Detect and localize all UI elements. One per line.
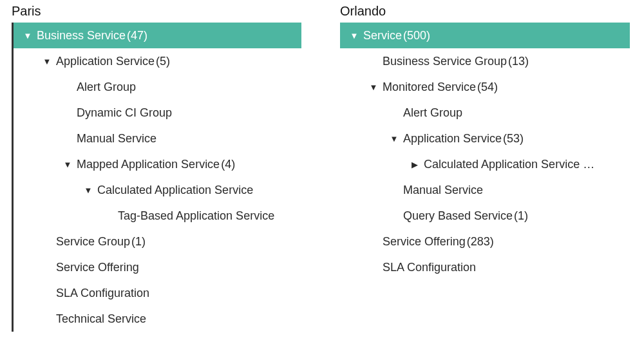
node-business-service-group[interactable]: ▼Business Service Group (13) bbox=[340, 48, 630, 74]
tree-item-label: Calculated Application Service bbox=[97, 184, 253, 197]
tree-item-label: Query Based Service bbox=[403, 209, 513, 223]
caret-down-icon[interactable]: ▼ bbox=[23, 32, 33, 40]
tree-item-label: Manual Service bbox=[403, 184, 483, 197]
tree-item-label: Technical Service bbox=[56, 312, 146, 326]
tree-item-label: Calculated Application Service … bbox=[424, 158, 594, 171]
node-manual-service[interactable]: ▼Manual Service bbox=[14, 126, 301, 151]
column-title: Orlando bbox=[340, 4, 630, 19]
tree-item-label: Application Service bbox=[56, 55, 155, 68]
tree-item-count: (5) bbox=[156, 55, 170, 68]
node-calculated-application-service[interactable]: ▼Calculated Application Service bbox=[14, 177, 301, 203]
node-calculated-application-service-o[interactable]: ▶Calculated Application Service … bbox=[340, 151, 630, 177]
node-query-based-service[interactable]: ▼Query Based Service (1) bbox=[340, 203, 630, 229]
caret-down-icon[interactable]: ▼ bbox=[42, 57, 52, 66]
tree-item-label: Alert Group bbox=[403, 106, 462, 120]
tree-item-count: (1) bbox=[514, 209, 528, 223]
tree-item-count: (283) bbox=[467, 235, 494, 249]
tree-item-count: (13) bbox=[508, 55, 529, 68]
node-monitored-service[interactable]: ▼Monitored Service (54) bbox=[340, 74, 630, 100]
tree-item-label: SLA Configuration bbox=[383, 261, 476, 274]
caret-down-icon[interactable]: ▼ bbox=[349, 32, 359, 40]
node-tag-based-application-service[interactable]: ▼Tag-Based Application Service bbox=[14, 203, 301, 229]
tree-item-label: Application Service bbox=[403, 132, 502, 146]
tree-item-label: Monitored Service bbox=[383, 81, 476, 94]
tree: ▼Service (500)▼Business Service Group (1… bbox=[340, 23, 630, 280]
tree-item-label: Business Service Group bbox=[383, 55, 507, 68]
column-orlando: Orlando▼Service (500)▼Business Service G… bbox=[340, 4, 630, 332]
comparison-wrap: Paris▼Business Service (47)▼Application … bbox=[0, 0, 644, 336]
node-business-service[interactable]: ▼Business Service (47) bbox=[14, 23, 301, 48]
node-manual-service-o[interactable]: ▼Manual Service bbox=[340, 177, 630, 203]
node-service-group[interactable]: ▼Service Group (1) bbox=[14, 229, 301, 254]
tree-item-label: Service Offering bbox=[383, 235, 466, 249]
tree-item-count: (1) bbox=[131, 235, 146, 249]
tree-item-label: Dynamic CI Group bbox=[77, 106, 172, 120]
column-paris: Paris▼Business Service (47)▼Application … bbox=[12, 4, 301, 332]
tree-item-label: SLA Configuration bbox=[56, 287, 149, 300]
caret-right-icon[interactable]: ▶ bbox=[410, 160, 420, 169]
node-alert-group-o[interactable]: ▼Alert Group bbox=[340, 100, 630, 126]
column-title: Paris bbox=[12, 4, 301, 19]
tree-item-count: (4) bbox=[221, 158, 235, 171]
tree-item-label: Alert Group bbox=[77, 81, 136, 94]
tree: ▼Business Service (47)▼Application Servi… bbox=[12, 23, 301, 332]
node-dynamic-ci-group[interactable]: ▼Dynamic CI Group bbox=[14, 100, 301, 126]
tree-item-label: Mapped Application Service bbox=[77, 158, 220, 171]
caret-down-icon[interactable]: ▼ bbox=[389, 135, 399, 143]
caret-down-icon[interactable]: ▼ bbox=[368, 83, 379, 91]
tree-item-label: Service Group bbox=[56, 235, 130, 249]
node-alert-group[interactable]: ▼Alert Group bbox=[14, 74, 301, 100]
node-application-service[interactable]: ▼Application Service (5) bbox=[14, 48, 301, 74]
tree-item-count: (47) bbox=[127, 29, 147, 43]
tree-item-label: Service Offering bbox=[56, 261, 139, 274]
caret-down-icon[interactable]: ▼ bbox=[83, 186, 93, 194]
node-technical-service[interactable]: ▼Technical Service bbox=[14, 306, 301, 332]
node-sla-configuration-o[interactable]: ▼SLA Configuration bbox=[340, 254, 630, 280]
tree-item-label: Tag-Based Application Service bbox=[118, 209, 274, 223]
caret-down-icon[interactable]: ▼ bbox=[62, 160, 73, 169]
node-mapped-application-service[interactable]: ▼Mapped Application Service (4) bbox=[14, 151, 301, 177]
tree-item-count: (54) bbox=[477, 81, 498, 94]
node-application-service-o[interactable]: ▼Application Service (53) bbox=[340, 126, 630, 151]
tree-item-label: Manual Service bbox=[77, 132, 156, 146]
tree-item-count: (53) bbox=[503, 132, 524, 146]
node-service-offering[interactable]: ▼Service Offering bbox=[14, 254, 301, 280]
node-service-offering-o[interactable]: ▼Service Offering (283) bbox=[340, 229, 630, 254]
tree-item-count: (500) bbox=[403, 29, 430, 43]
tree-item-label: Business Service bbox=[37, 29, 126, 43]
tree-item-label: Service bbox=[363, 29, 402, 43]
node-service[interactable]: ▼Service (500) bbox=[340, 23, 630, 48]
node-sla-configuration[interactable]: ▼SLA Configuration bbox=[14, 280, 301, 306]
